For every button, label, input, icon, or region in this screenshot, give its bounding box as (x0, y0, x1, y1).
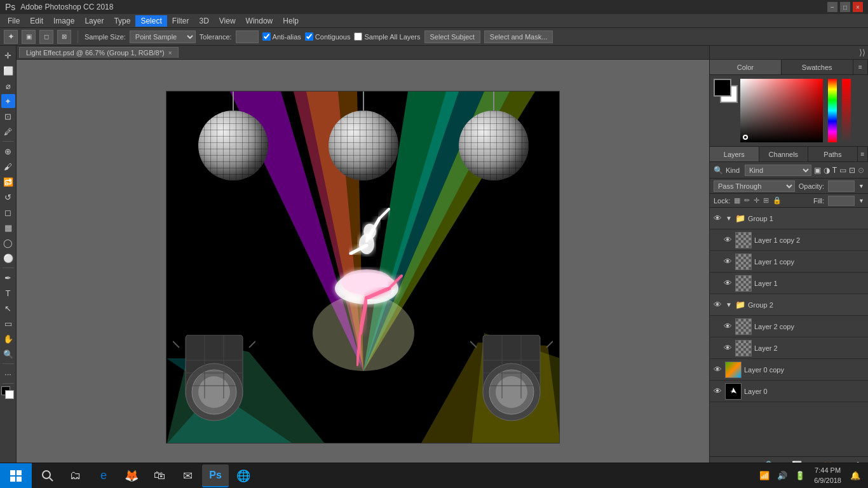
lock-position-icon[interactable]: ✛ (754, 196, 759, 205)
hand-tool[interactable]: ✋ (1, 332, 15, 346)
canvas-tab[interactable]: Light Effect.psd @ 66.7% (Group 1, RGB/8… (19, 47, 179, 58)
filter-type-icon[interactable]: T (832, 166, 837, 175)
taskbar-mail[interactable]: ✉ (174, 464, 201, 487)
network-icon[interactable]: 📶 (757, 470, 772, 482)
brush-tool[interactable]: 🖌 (1, 159, 15, 173)
color-alpha-strip[interactable] (842, 79, 851, 142)
visibility-group2[interactable]: 👁 (712, 300, 722, 310)
lasso-tool[interactable]: ⌀ (1, 79, 15, 93)
gradient-tool[interactable]: ▦ (1, 220, 15, 234)
maximize-button[interactable]: □ (840, 2, 850, 12)
marquee-tool[interactable]: ⬜ (1, 64, 15, 78)
visibility-layer1[interactable]: 👁 (722, 278, 733, 288)
menu-filter[interactable]: Filter (167, 15, 194, 27)
sample-size-select[interactable]: Point Sample 3 by 3 Average 5 by 5 Avera… (130, 30, 196, 43)
menu-layer[interactable]: Layer (79, 15, 109, 27)
clone-tool[interactable]: 🔂 (1, 175, 15, 189)
visibility-layer2[interactable]: 👁 (722, 343, 733, 353)
eyedropper-tool[interactable]: 🖉 (1, 125, 15, 139)
layer-row-layer0[interactable]: 👁 Layer 0 (710, 381, 868, 402)
layer-row-layer1copy[interactable]: 👁 Layer 1 copy (710, 251, 868, 273)
minimize-button[interactable]: − (827, 2, 837, 12)
filter-smart-icon[interactable]: ⊡ (849, 166, 855, 175)
tab-paths[interactable]: Paths (808, 147, 858, 161)
filter-adjustment-icon[interactable]: ◑ (824, 166, 830, 175)
pen-tool[interactable]: ✒ (1, 271, 15, 285)
filter-kind-select[interactable]: Kind (745, 165, 811, 176)
visibility-layer2copy[interactable]: 👁 (722, 322, 733, 332)
tab-swatches[interactable]: Swatches (782, 60, 853, 74)
visibility-layer0copy[interactable]: 👁 (712, 365, 722, 375)
color-hue-strip[interactable] (828, 79, 837, 142)
panel-collapse-icon[interactable]: ⟩⟩ (859, 48, 865, 57)
shape-tool[interactable]: ▭ (1, 316, 15, 330)
toolbar-bg-color[interactable] (5, 390, 14, 399)
volume-icon[interactable]: 🔊 (775, 470, 790, 482)
menu-help[interactable]: Help (278, 15, 304, 27)
start-button[interactable] (0, 463, 32, 489)
layer-row-group1[interactable]: 👁 ▼ 📁 Group 1 (710, 208, 868, 229)
taskbar-store[interactable]: 🛍 (146, 464, 173, 487)
menu-view[interactable]: View (214, 15, 241, 27)
tab-layers[interactable]: Layers (710, 147, 759, 161)
close-canvas-tab[interactable]: × (168, 50, 172, 57)
tolerance-input[interactable]: 32 (236, 30, 259, 43)
history-brush-tool[interactable]: ↺ (1, 190, 15, 204)
intersect-selection-icon[interactable]: ⊠ (57, 30, 71, 44)
fill-input[interactable]: 100% (828, 196, 855, 206)
layer-row-layer1copy2[interactable]: 👁 Layer 1 copy 2 (710, 229, 868, 251)
visibility-layer1copy[interactable]: 👁 (722, 257, 733, 267)
close-button[interactable]: × (853, 2, 863, 12)
expand-group1[interactable]: ▼ (725, 215, 733, 222)
clock[interactable]: 7:44 PM 6/9/2018 (810, 464, 845, 487)
notification-icon[interactable]: 🔔 (848, 470, 863, 482)
visibility-layer1copy2[interactable]: 👁 (722, 235, 733, 245)
select-subject-button[interactable]: Select Subject (424, 30, 480, 43)
contiguous-checkbox[interactable] (305, 32, 313, 41)
lock-transparent-icon[interactable]: ▦ (734, 196, 740, 205)
taskbar-explorer[interactable]: 🗂 (62, 464, 89, 487)
lock-pixel-icon[interactable]: ✏ (744, 196, 750, 205)
menu-window[interactable]: Window (241, 15, 278, 27)
lock-all-icon[interactable]: 🔒 (773, 196, 782, 205)
sample-all-layers-checkbox[interactable] (354, 32, 362, 41)
menu-type[interactable]: Type (109, 15, 135, 27)
dodge-tool[interactable]: ⚪ (1, 251, 15, 265)
opacity-dropdown-icon[interactable]: ▼ (858, 183, 864, 189)
menu-3d[interactable]: 3D (194, 15, 214, 27)
filter-pixel-icon[interactable]: ▣ (814, 166, 821, 175)
add-selection-icon[interactable]: ▣ (22, 30, 36, 44)
magic-wand-tool[interactable]: ✦ (1, 94, 15, 108)
filter-shape-icon[interactable]: ▭ (839, 166, 846, 175)
move-tool[interactable]: ✛ (1, 48, 15, 62)
layer-row-layer0copy[interactable]: 👁 Layer 0 copy (710, 359, 868, 381)
tab-panel-options[interactable]: ≡ (853, 60, 868, 74)
subtract-selection-icon[interactable]: ◻ (39, 30, 53, 44)
visibility-layer0[interactable]: 👁 (712, 386, 722, 396)
eraser-tool[interactable]: ◻ (1, 205, 15, 219)
menu-file[interactable]: File (3, 15, 25, 27)
visibility-group1[interactable]: 👁 (712, 214, 722, 224)
artwork-canvas[interactable] (166, 91, 560, 444)
tab-channels[interactable]: Channels (759, 147, 809, 161)
crop-tool[interactable]: ⊡ (1, 109, 15, 123)
opacity-input[interactable]: 100% (828, 180, 855, 192)
taskbar-search[interactable] (34, 464, 61, 487)
zoom-tool[interactable]: 🔍 (1, 347, 15, 361)
blur-tool[interactable]: ◯ (1, 236, 15, 250)
anti-alias-checkbox[interactable] (262, 32, 271, 41)
lock-artboard-icon[interactable]: ⊞ (763, 196, 769, 205)
fg-color-swatch[interactable] (714, 79, 731, 97)
expand-group2[interactable]: ▼ (725, 301, 733, 309)
menu-image[interactable]: Image (48, 15, 79, 27)
menu-select[interactable]: Select (135, 15, 166, 27)
blend-mode-select[interactable]: Pass Through Normal Multiply (714, 180, 795, 192)
tab-color[interactable]: Color (710, 60, 782, 74)
layer-row-layer2[interactable]: 👁 Layer 2 (710, 337, 868, 359)
fill-dropdown-icon[interactable]: ▼ (858, 198, 864, 204)
taskbar-edge[interactable]: e (90, 464, 117, 487)
path-selection-tool[interactable]: ↖ (1, 301, 15, 315)
layer-row-layer2copy[interactable]: 👁 Layer 2 copy (710, 316, 868, 337)
select-mask-button[interactable]: Select and Mask... (484, 30, 553, 43)
layer-row-group2[interactable]: 👁 ▼ 📁 Group 2 (710, 294, 868, 316)
